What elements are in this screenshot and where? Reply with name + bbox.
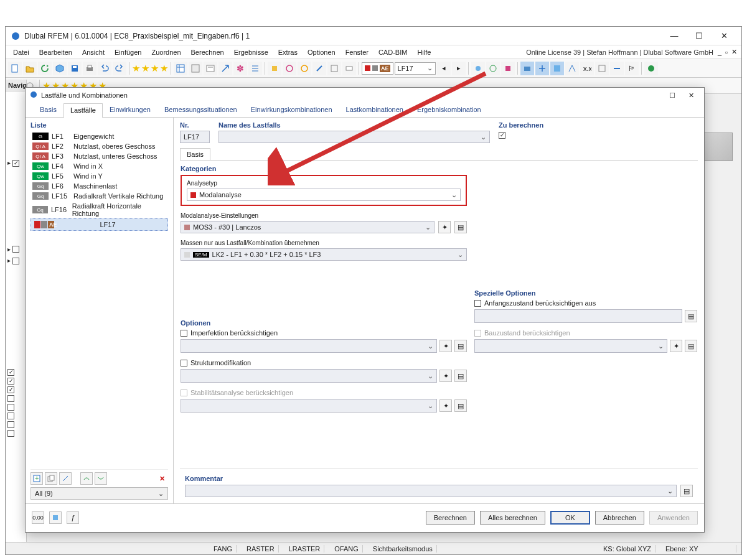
lastfall-selector[interactable]: LF17 ⌄ — [395, 62, 436, 75]
tool-icon[interactable] — [80, 472, 93, 485]
menu-bearbeiten[interactable]: Bearbeiten — [34, 47, 77, 57]
dialog-maximize-button[interactable]: ☐ — [663, 91, 682, 100]
edit-icon[interactable]: ▤ — [685, 310, 697, 322]
flag-icon[interactable]: 🏳 — [625, 62, 639, 75]
new-icon[interactable]: ✦ — [439, 340, 452, 352]
anfang-select[interactable] — [474, 309, 682, 323]
checkbox[interactable] — [7, 369, 14, 376]
status-sichtbarkeit[interactable]: Sichtbarkeitsmodus — [369, 545, 437, 553]
model-icon[interactable] — [53, 62, 67, 75]
alles-berechnen-button[interactable]: Alles berechnen — [480, 511, 545, 525]
new-item-icon[interactable]: + — [31, 472, 43, 485]
abbrechen-button[interactable]: Abbrechen — [595, 511, 644, 525]
dialog-close-button[interactable]: ✕ — [682, 91, 700, 100]
new-icon[interactable]: ✦ — [438, 221, 451, 233]
ok-button[interactable]: OK — [550, 511, 590, 525]
calc-checkbox[interactable] — [499, 132, 505, 139]
berechnen-button[interactable]: Berechnen — [426, 511, 475, 525]
delete-icon[interactable]: ✕ — [156, 472, 168, 485]
tool-icon[interactable]: x.xx — [580, 62, 594, 75]
menu-cad-bim[interactable]: CAD-BIM — [374, 47, 412, 57]
menu-zuordnen[interactable]: Zuordnen — [146, 47, 186, 57]
tool-icon[interactable] — [59, 472, 72, 485]
star-icon[interactable]: ★ — [141, 63, 149, 74]
asterisk-icon[interactable]: ✽ — [233, 62, 247, 75]
redo-icon[interactable] — [113, 62, 126, 75]
list-item[interactable]: AELF17 — [31, 218, 168, 231]
menu-minimize-icon[interactable]: _ — [716, 49, 723, 56]
tab-lastkomb[interactable]: Lastkombinationen — [339, 103, 410, 117]
analysetyp-select[interactable]: Modalanalyse ⌄ — [187, 189, 461, 201]
copy-item-icon[interactable] — [45, 472, 57, 485]
tool-icon[interactable] — [312, 62, 326, 75]
subtab-basis[interactable]: Basis — [180, 148, 210, 160]
star-icon[interactable]: ★ — [132, 63, 140, 74]
menu-datei[interactable]: Datei — [8, 47, 34, 57]
checkbox[interactable] — [7, 430, 14, 437]
list-item[interactable]: QwLF5Wind in Y — [31, 171, 168, 181]
close-button[interactable]: ✕ — [712, 27, 736, 45]
menu-optionen[interactable]: Optionen — [303, 47, 341, 57]
status-fang[interactable]: FANG — [210, 545, 237, 553]
edit-icon[interactable]: ▤ — [454, 370, 467, 382]
checkbox[interactable] — [12, 258, 19, 264]
struct-checkbox[interactable] — [181, 360, 187, 366]
list-icon[interactable] — [248, 62, 262, 75]
struct-select[interactable]: ⌄ — [181, 369, 437, 383]
menu-ansicht[interactable]: Ansicht — [77, 47, 110, 57]
imperfection-checkbox[interactable] — [181, 330, 187, 337]
menu-close-icon[interactable]: ✕ — [730, 48, 739, 56]
tool-icon[interactable] — [535, 62, 549, 75]
reload-icon[interactable] — [38, 62, 52, 75]
tab-basis[interactable]: Basis — [33, 103, 63, 117]
menu-einfuegen[interactable]: Einfügen — [110, 47, 146, 57]
prev-icon[interactable]: ◂ — [437, 62, 451, 75]
modal-select[interactable]: MOS3 - #30 | Lanczos ⌄ — [181, 221, 435, 233]
tool-icon[interactable] — [268, 62, 281, 75]
tool-icon[interactable] — [283, 62, 296, 75]
list-item[interactable]: QI ALF3Nutzlast, unteres Geschoss — [31, 151, 168, 161]
nr-input[interactable]: LF17 — [180, 131, 210, 143]
name-input[interactable]: ⌄ — [218, 131, 490, 143]
edit-icon[interactable]: ▤ — [454, 221, 467, 233]
script-icon[interactable]: ƒ — [67, 511, 79, 524]
arrow-icon[interactable] — [218, 62, 232, 75]
tab-lastfaelle[interactable]: Lastfälle — [63, 103, 103, 118]
loop-icon[interactable] — [298, 62, 311, 75]
checkbox[interactable] — [12, 160, 19, 167]
tool-icon[interactable] — [327, 62, 341, 75]
tab-bemessung[interactable]: Bemessungssituationen — [157, 103, 244, 117]
menu-berechnen[interactable]: Berechnen — [186, 47, 229, 57]
tool-icon[interactable] — [644, 62, 658, 75]
save-icon[interactable] — [68, 62, 82, 75]
kommentar-input[interactable]: ⌄ — [185, 485, 677, 497]
print-icon[interactable] — [83, 62, 96, 75]
tool-icon[interactable] — [49, 511, 62, 524]
minimize-button[interactable]: — — [662, 27, 687, 45]
maximize-button[interactable]: ☐ — [687, 27, 712, 45]
view-cube[interactable] — [704, 133, 733, 161]
checkbox[interactable] — [7, 386, 14, 393]
status-raster[interactable]: RASTER — [243, 545, 279, 553]
tool-icon[interactable] — [471, 62, 485, 75]
menu-extras[interactable]: Extras — [273, 47, 303, 57]
tool-icon[interactable] — [595, 62, 609, 75]
tab-einwirkungen[interactable]: Einwirkungen — [103, 103, 157, 117]
edit-icon[interactable]: ▤ — [454, 340, 467, 352]
tool-icon[interactable] — [520, 62, 534, 75]
list-item[interactable]: QI ALF2Nutzlast, oberes Geschoss — [31, 141, 168, 151]
open-icon[interactable] — [23, 62, 37, 75]
new-icon[interactable] — [8, 62, 22, 75]
units-icon[interactable]: 0.00 — [32, 511, 44, 524]
menu-hilfe[interactable]: Hilfe — [412, 47, 436, 57]
menu-restore-icon[interactable]: ▫ — [723, 49, 730, 56]
status-lraster[interactable]: LRASTER — [285, 545, 325, 553]
tool-icon[interactable] — [501, 62, 515, 75]
tool-icon[interactable] — [342, 62, 356, 75]
mass-select[interactable]: SE/M LK2 - LF1 + 0.30 * LF2 + 0.15 * LF3… — [181, 248, 467, 261]
checkbox[interactable] — [7, 421, 14, 428]
checkbox[interactable] — [12, 246, 19, 253]
list-item[interactable]: GLF1Eigengewicht — [31, 131, 168, 141]
status-ofang[interactable]: OFANG — [331, 545, 363, 553]
star-icon[interactable]: ★ — [160, 63, 168, 74]
